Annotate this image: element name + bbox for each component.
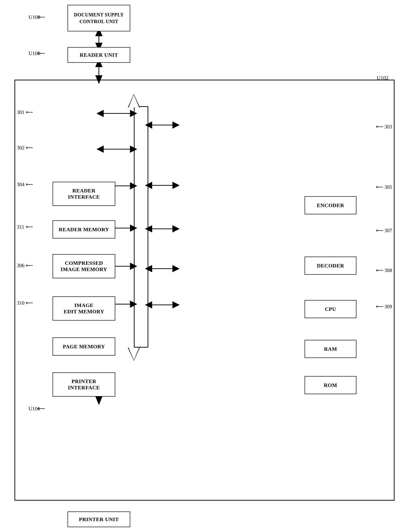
printer-interface-label: PRINTERINTERFACE	[68, 378, 100, 391]
ref310: 310	[17, 300, 25, 306]
ref310-arrow: ⟵	[26, 300, 33, 306]
ref307: ⟵ 307	[376, 228, 392, 234]
ram-box: RAM	[305, 340, 356, 358]
ref309: ⟵ 309	[376, 304, 392, 310]
u103-arrow: ⟵	[37, 14, 45, 20]
ram-label: RAM	[324, 346, 337, 352]
main-frame: READERINTERFACE READER MEMORY COMPRESSED…	[14, 80, 395, 501]
cpu-label: CPU	[325, 306, 336, 312]
ref304-arrow: ⟵	[26, 181, 33, 188]
compressed-image-box: COMPRESSEDIMAGE MEMORY	[53, 254, 115, 278]
ref303: ⟵ 303	[376, 124, 392, 130]
compressed-image-label: COMPRESSEDIMAGE MEMORY	[61, 260, 107, 273]
image-edit-box: IMAGEEDIT MEMORY	[53, 296, 115, 321]
page-memory-box: PAGE MEMORY	[53, 337, 115, 356]
ref305: ⟵ 305	[376, 184, 392, 190]
reader-unit-label: READER UNIT	[80, 52, 118, 58]
decoder-label: DECODER	[317, 263, 344, 269]
ref311-arrow: ⟵	[26, 224, 33, 230]
encoder-box: ENCODER	[305, 196, 356, 214]
encoder-label: ENCODER	[317, 202, 344, 209]
printer-interface-box: PRINTERINTERFACE	[53, 372, 115, 397]
rom-box: ROM	[305, 376, 356, 394]
reader-interface-label: READERINTERFACE	[68, 188, 100, 200]
printer-unit-label: PRINTER UNIT	[79, 516, 119, 522]
page-memory-label: PAGE MEMORY	[63, 343, 105, 350]
reader-memory-label: READER MEMORY	[59, 226, 109, 233]
u100-arrow: ⟵	[37, 50, 45, 57]
reader-memory-box: READER MEMORY	[53, 220, 115, 238]
ref308: ⟵ 308	[376, 267, 392, 274]
reader-unit-box: READER UNIT	[68, 47, 130, 63]
ref301-arrow: ⟵	[26, 109, 33, 115]
ref302-arrow: ⟵	[26, 145, 33, 151]
doc-supply-label: DOCUMENT SUPPLYCONTROL UNIT	[74, 11, 124, 25]
cpu-box: CPU	[305, 300, 356, 318]
ref302: 302	[17, 145, 25, 151]
u101-arrow: ⟵	[37, 406, 45, 412]
reader-interface-box: READERINTERFACE	[53, 182, 115, 206]
decoder-box: DECODER	[305, 256, 356, 275]
ref306-arrow: ⟵	[26, 263, 33, 269]
u102-label: U102	[377, 75, 389, 81]
doc-supply-box: DOCUMENT SUPPLYCONTROL UNIT	[68, 5, 130, 31]
ref311: 311	[17, 224, 24, 230]
ref301: 301	[17, 109, 25, 115]
image-edit-label: IMAGEEDIT MEMORY	[64, 302, 104, 315]
printer-unit-box: PRINTER UNIT	[68, 512, 130, 527]
rom-label: ROM	[324, 382, 337, 388]
ref304: 304	[17, 181, 25, 188]
ref306: 306	[17, 263, 25, 269]
